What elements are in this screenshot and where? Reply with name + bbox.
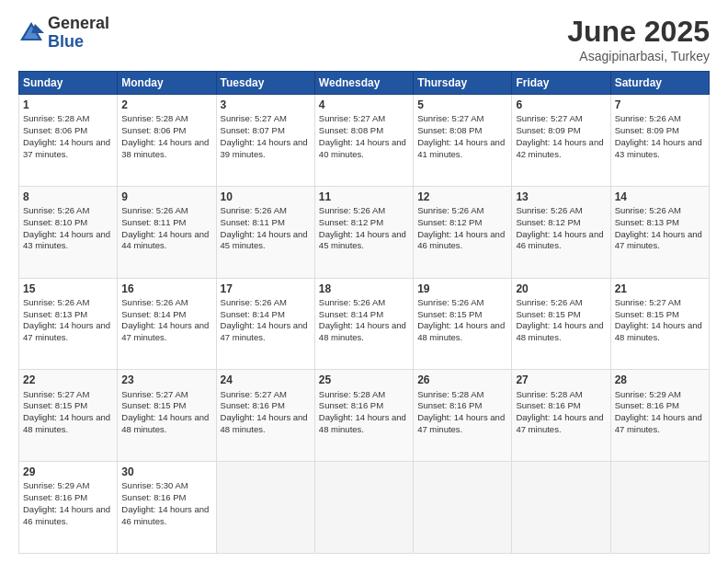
- day-number: 24: [221, 373, 311, 387]
- daylight-text: Daylight: 14 hours and 48 minutes.: [121, 412, 209, 434]
- day-number: 26: [417, 373, 507, 387]
- calendar-cell: [512, 462, 610, 554]
- day-number: 16: [121, 282, 211, 296]
- day-number: 25: [319, 373, 409, 387]
- sunset-text: Sunset: 8:16 PM: [319, 400, 383, 410]
- daylight-text: Daylight: 14 hours and 48 minutes.: [319, 412, 406, 434]
- sunrise-text: Sunrise: 5:26 AM: [221, 297, 287, 307]
- calendar-cell: 17 Sunrise: 5:26 AM Sunset: 8:14 PM Dayl…: [216, 278, 314, 370]
- sunset-text: Sunset: 8:11 PM: [121, 217, 186, 227]
- sunrise-text: Sunrise: 5:28 AM: [516, 389, 582, 399]
- sunset-text: Sunset: 8:16 PM: [23, 492, 87, 502]
- sunset-text: Sunset: 8:15 PM: [615, 309, 679, 319]
- calendar-row: 22 Sunrise: 5:27 AM Sunset: 8:15 PM Dayl…: [19, 370, 710, 462]
- daylight-text: Daylight: 14 hours and 47 minutes.: [615, 229, 702, 251]
- calendar-cell: 2 Sunrise: 5:28 AM Sunset: 8:06 PM Dayli…: [118, 95, 216, 187]
- calendar-cell: 7 Sunrise: 5:26 AM Sunset: 8:09 PM Dayli…: [610, 95, 709, 187]
- calendar-cell: 18 Sunrise: 5:26 AM Sunset: 8:14 PM Dayl…: [314, 278, 413, 370]
- sunset-text: Sunset: 8:16 PM: [516, 400, 580, 410]
- daylight-text: Daylight: 14 hours and 47 minutes.: [121, 320, 209, 342]
- calendar-cell: 10 Sunrise: 5:26 AM Sunset: 8:11 PM Dayl…: [216, 186, 314, 278]
- header: General Blue June 2025 Asagipinarbasi, T…: [18, 15, 710, 63]
- sunrise-text: Sunrise: 5:26 AM: [417, 297, 483, 307]
- sunset-text: Sunset: 8:12 PM: [516, 217, 580, 227]
- day-number: 15: [23, 282, 113, 296]
- day-number: 28: [615, 373, 705, 387]
- day-number: 23: [121, 373, 211, 387]
- sunrise-text: Sunrise: 5:30 AM: [121, 480, 188, 490]
- sunrise-text: Sunrise: 5:27 AM: [417, 113, 483, 123]
- daylight-text: Daylight: 14 hours and 44 minutes.: [121, 229, 209, 251]
- col-friday: Friday: [512, 72, 610, 95]
- sunrise-text: Sunrise: 5:26 AM: [319, 297, 385, 307]
- calendar-cell: 20 Sunrise: 5:26 AM Sunset: 8:15 PM Dayl…: [512, 278, 610, 370]
- header-row: Sunday Monday Tuesday Wednesday Thursday…: [19, 72, 710, 95]
- sunset-text: Sunset: 8:06 PM: [23, 125, 87, 135]
- sunset-text: Sunset: 8:15 PM: [417, 309, 482, 319]
- day-number: 27: [516, 373, 606, 387]
- calendar-cell: 5 Sunrise: 5:27 AM Sunset: 8:08 PM Dayli…: [414, 95, 512, 187]
- calendar-cell: 24 Sunrise: 5:27 AM Sunset: 8:16 PM Dayl…: [216, 370, 314, 462]
- day-number: 8: [23, 190, 113, 204]
- calendar-cell: 14 Sunrise: 5:26 AM Sunset: 8:13 PM Dayl…: [610, 186, 709, 278]
- sunset-text: Sunset: 8:14 PM: [319, 309, 383, 319]
- sunrise-text: Sunrise: 5:27 AM: [221, 389, 287, 399]
- sunrise-text: Sunrise: 5:26 AM: [121, 297, 188, 307]
- calendar-row: 15 Sunrise: 5:26 AM Sunset: 8:13 PM Dayl…: [19, 278, 710, 370]
- calendar-row: 1 Sunrise: 5:28 AM Sunset: 8:06 PM Dayli…: [19, 95, 710, 187]
- sunset-text: Sunset: 8:09 PM: [615, 125, 679, 135]
- sunrise-text: Sunrise: 5:29 AM: [23, 480, 89, 490]
- sunrise-text: Sunrise: 5:26 AM: [23, 297, 89, 307]
- sunset-text: Sunset: 8:15 PM: [23, 400, 87, 410]
- calendar-cell: 1 Sunrise: 5:28 AM Sunset: 8:06 PM Dayli…: [19, 95, 118, 187]
- sunrise-text: Sunrise: 5:27 AM: [121, 389, 188, 399]
- col-thursday: Thursday: [414, 72, 512, 95]
- daylight-text: Daylight: 14 hours and 48 minutes.: [221, 412, 308, 434]
- calendar-cell: 9 Sunrise: 5:26 AM Sunset: 8:11 PM Dayli…: [118, 186, 216, 278]
- day-number: 20: [516, 282, 606, 296]
- sunset-text: Sunset: 8:10 PM: [23, 217, 87, 227]
- sunrise-text: Sunrise: 5:29 AM: [615, 389, 681, 399]
- calendar-cell: 28 Sunrise: 5:29 AM Sunset: 8:16 PM Dayl…: [610, 370, 709, 462]
- daylight-text: Daylight: 14 hours and 48 minutes.: [516, 320, 603, 342]
- daylight-text: Daylight: 14 hours and 47 minutes.: [221, 320, 308, 342]
- sunset-text: Sunset: 8:16 PM: [615, 400, 679, 410]
- col-saturday: Saturday: [610, 72, 709, 95]
- calendar-cell: 26 Sunrise: 5:28 AM Sunset: 8:16 PM Dayl…: [414, 370, 512, 462]
- day-number: 30: [121, 465, 211, 479]
- sunrise-text: Sunrise: 5:26 AM: [516, 205, 582, 215]
- daylight-text: Daylight: 14 hours and 37 minutes.: [23, 137, 110, 159]
- sunrise-text: Sunrise: 5:28 AM: [417, 389, 483, 399]
- day-number: 7: [615, 98, 705, 112]
- calendar-cell: 11 Sunrise: 5:26 AM Sunset: 8:12 PM Dayl…: [314, 186, 413, 278]
- calendar-cell: 4 Sunrise: 5:27 AM Sunset: 8:08 PM Dayli…: [314, 95, 413, 187]
- sunrise-text: Sunrise: 5:26 AM: [615, 205, 681, 215]
- day-number: 19: [417, 282, 507, 296]
- col-wednesday: Wednesday: [314, 72, 413, 95]
- calendar-cell: 8 Sunrise: 5:26 AM Sunset: 8:10 PM Dayli…: [19, 186, 118, 278]
- calendar-cell: 29 Sunrise: 5:29 AM Sunset: 8:16 PM Dayl…: [19, 462, 118, 554]
- sunrise-text: Sunrise: 5:27 AM: [319, 113, 385, 123]
- calendar-cell: 16 Sunrise: 5:26 AM Sunset: 8:14 PM Dayl…: [118, 278, 216, 370]
- daylight-text: Daylight: 14 hours and 46 minutes.: [121, 504, 209, 526]
- calendar-cell: [610, 462, 709, 554]
- day-number: 5: [417, 98, 507, 112]
- sunset-text: Sunset: 8:12 PM: [319, 217, 383, 227]
- sunset-text: Sunset: 8:15 PM: [121, 400, 186, 410]
- sunrise-text: Sunrise: 5:28 AM: [23, 113, 89, 123]
- calendar-cell: 27 Sunrise: 5:28 AM Sunset: 8:16 PM Dayl…: [512, 370, 610, 462]
- daylight-text: Daylight: 14 hours and 48 minutes.: [319, 320, 406, 342]
- col-sunday: Sunday: [19, 72, 118, 95]
- page: General Blue June 2025 Asagipinarbasi, T…: [0, 0, 728, 563]
- day-number: 18: [319, 282, 409, 296]
- calendar-cell: 25 Sunrise: 5:28 AM Sunset: 8:16 PM Dayl…: [314, 370, 413, 462]
- daylight-text: Daylight: 14 hours and 47 minutes.: [23, 320, 110, 342]
- day-number: 11: [319, 190, 409, 204]
- sunset-text: Sunset: 8:16 PM: [221, 400, 285, 410]
- calendar-cell: 6 Sunrise: 5:27 AM Sunset: 8:09 PM Dayli…: [512, 95, 610, 187]
- logo: General Blue: [18, 15, 109, 52]
- sunset-text: Sunset: 8:11 PM: [221, 217, 285, 227]
- sunrise-text: Sunrise: 5:26 AM: [516, 297, 582, 307]
- sunset-text: Sunset: 8:07 PM: [221, 125, 285, 135]
- sunset-text: Sunset: 8:16 PM: [121, 492, 186, 502]
